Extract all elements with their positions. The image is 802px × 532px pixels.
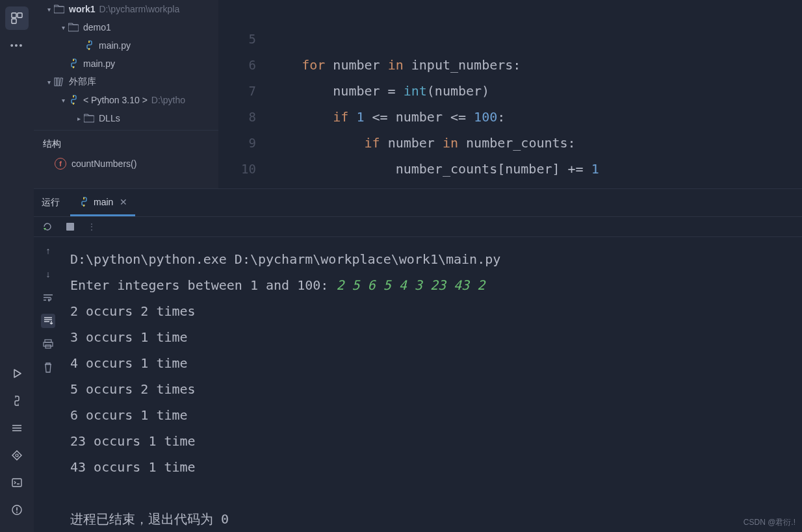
tree-mainpy-inner[interactable]: main.py xyxy=(34,36,218,55)
down-icon[interactable]: ↓ xyxy=(41,267,55,281)
library-icon xyxy=(53,76,65,88)
run-tool-icon[interactable] xyxy=(5,362,29,385)
watermark-text: CSDN @君衍.! xyxy=(744,517,796,528)
run-panel: 运行 main ✕ ⋮ ↑ ↓ D:\python\python.exe D:\… xyxy=(34,188,802,532)
svg-rect-1 xyxy=(18,13,22,18)
folder-icon xyxy=(53,3,65,15)
console-line: 4 occurs 1 time xyxy=(70,355,188,371)
python-file-icon xyxy=(68,58,79,70)
console-user-input: 2 5 6 5 4 3 23 43 2 xyxy=(336,277,485,293)
tree-python-sdk[interactable]: ▾ < Python 3.10 > D:\pytho xyxy=(34,91,218,109)
up-icon[interactable]: ↑ xyxy=(41,244,55,258)
svg-rect-17 xyxy=(84,116,94,122)
tree-label: < Python 3.10 > xyxy=(83,95,148,105)
console-line: 5 occurs 2 times xyxy=(70,381,196,397)
line-gutter: 5678910 xyxy=(218,0,270,188)
svg-rect-8 xyxy=(12,479,21,487)
chevron-down-icon: ▾ xyxy=(58,97,68,104)
project-tool-icon[interactable] xyxy=(5,6,29,30)
tree-label: DLLs xyxy=(99,113,120,123)
console-prompt: Enter integers between 1 and 100: xyxy=(70,277,336,293)
function-badge-icon: f xyxy=(55,158,66,170)
code-area[interactable]: for number in input_numbers: number = in… xyxy=(270,0,802,188)
svg-point-5 xyxy=(18,403,19,405)
python-console-icon[interactable] xyxy=(5,389,29,412)
console-exit: 进程已结束，退出代码为 0 xyxy=(70,511,229,527)
svg-rect-14 xyxy=(55,78,57,86)
tree-label: demo1 xyxy=(83,22,111,32)
console-cmd: D:\python\python.exe D:\pycharm\workplac… xyxy=(70,251,500,267)
python-file-icon xyxy=(83,40,95,51)
tree-label: 外部库 xyxy=(69,76,96,88)
tree-demo1[interactable]: ▾ demo1 xyxy=(34,18,218,36)
soft-wrap-icon[interactable] xyxy=(41,290,55,305)
run-toolbar: ⋮ xyxy=(34,216,802,237)
python-file-icon xyxy=(68,94,79,106)
chevron-down-icon: ▾ xyxy=(58,24,68,31)
tree-path: D:\pytho xyxy=(151,95,185,105)
tree-path: D:\pycharm\workpla xyxy=(99,4,179,14)
svg-rect-15 xyxy=(57,78,59,86)
console-output[interactable]: D:\python\python.exe D:\pycharm\workplac… xyxy=(62,237,802,532)
console-line: 2 occurs 2 times xyxy=(70,303,196,319)
structure-panel: 结构 f countNumbers() xyxy=(34,130,218,188)
console-line: 23 occurs 1 time xyxy=(70,433,196,449)
problems-icon[interactable] xyxy=(5,498,29,522)
rerun-icon[interactable] xyxy=(42,221,53,233)
trash-icon[interactable] xyxy=(41,361,55,375)
stop-icon[interactable] xyxy=(65,222,75,232)
chevron-right-icon: ▸ xyxy=(74,115,83,122)
project-panel: ▾ work1 D:\pycharm\workpla ▾ demo1 main.… xyxy=(34,0,218,130)
console-line: 3 occurs 1 time xyxy=(70,329,188,345)
svg-point-11 xyxy=(16,512,18,513)
svg-point-7 xyxy=(16,454,18,457)
scroll-to-end-icon[interactable] xyxy=(41,314,55,328)
tree-label: main.py xyxy=(99,40,131,51)
folder-icon xyxy=(83,112,95,124)
chevron-down-icon: ▾ xyxy=(44,6,53,13)
tree-external-libs[interactable]: ▾ 外部库 xyxy=(34,73,218,91)
svg-rect-16 xyxy=(59,78,62,86)
svg-rect-21 xyxy=(44,342,53,346)
more-tool-icon[interactable]: ••• xyxy=(5,34,29,57)
tree-work1[interactable]: ▾ work1 D:\pycharm\workpla xyxy=(34,0,218,18)
left-tool-rail: ••• xyxy=(0,0,34,532)
print-icon[interactable] xyxy=(41,337,55,351)
run-side-toolbar: ↑ ↓ xyxy=(34,237,62,532)
services-icon[interactable] xyxy=(5,416,29,440)
close-icon[interactable]: ✕ xyxy=(120,197,127,207)
tree-dlls[interactable]: ▸ DLLs xyxy=(34,109,218,127)
code-editor[interactable]: 5678910 for number in input_numbers: num… xyxy=(218,0,802,188)
tree-mainpy-outer[interactable]: main.py xyxy=(34,55,218,73)
structure-title: 结构 xyxy=(34,131,218,158)
run-tab-main[interactable]: main ✕ xyxy=(70,189,135,216)
tree-label: work1 xyxy=(69,4,95,14)
chevron-down-icon: ▾ xyxy=(44,79,53,86)
version-control-icon[interactable] xyxy=(5,444,29,467)
terminal-icon[interactable] xyxy=(5,471,29,494)
run-tab-bar: 运行 main ✕ xyxy=(34,189,802,216)
svg-point-4 xyxy=(15,397,16,398)
svg-rect-0 xyxy=(12,13,16,18)
svg-rect-13 xyxy=(68,25,79,31)
folder-icon xyxy=(68,21,79,33)
svg-rect-19 xyxy=(66,223,74,231)
console-line: 6 occurs 1 time xyxy=(70,407,188,423)
svg-marker-3 xyxy=(14,370,21,377)
run-panel-title: 运行 xyxy=(42,197,60,209)
svg-rect-2 xyxy=(12,19,16,23)
svg-rect-12 xyxy=(54,6,64,13)
tree-label: main.py xyxy=(83,58,115,69)
structure-fn-name: countNumbers() xyxy=(71,158,136,169)
structure-function[interactable]: f countNumbers() xyxy=(34,158,218,170)
console-line: 43 occurs 1 time xyxy=(70,459,196,475)
svg-marker-6 xyxy=(12,451,21,460)
run-tab-label: main xyxy=(94,197,113,207)
python-file-icon xyxy=(78,196,90,208)
